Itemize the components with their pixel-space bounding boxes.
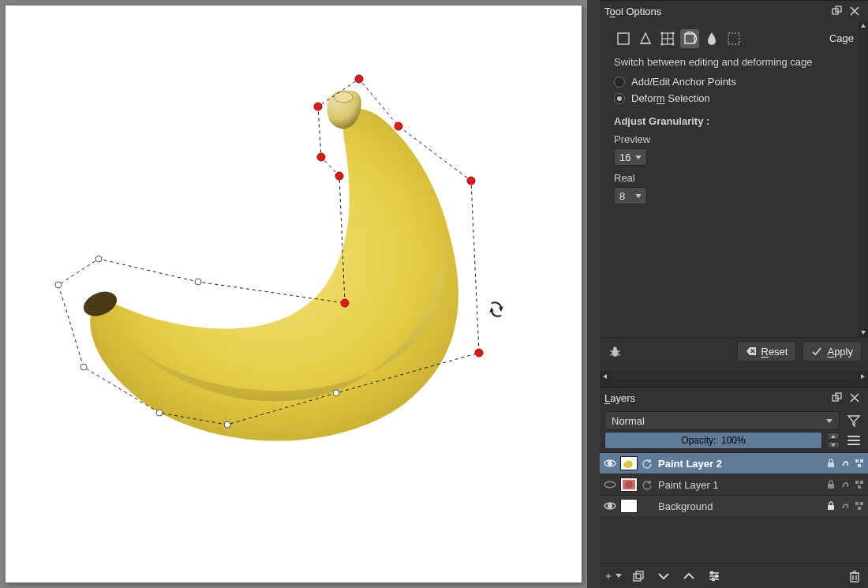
svg-rect-75 [851,573,859,582]
layer-name[interactable]: Paint Layer 2 [655,458,821,470]
tool-name-label: Cage [829,32,854,44]
svg-rect-62 [855,502,859,505]
mesh-icon[interactable] [724,29,743,48]
svg-point-7 [341,299,349,307]
svg-rect-50 [860,459,863,463]
svg-point-74 [712,578,714,580]
radio-add-edit-label: Add/Edit Anchor Points [631,76,736,88]
scroll-right-icon[interactable] [857,371,868,382]
reset-button[interactable]: Reset [737,341,797,361]
refresh-icon[interactable] [641,479,652,490]
apply-button[interactable]: Apply [803,341,862,361]
blend-mode-select[interactable]: Normal [604,411,840,430]
liquify-icon[interactable] [702,29,721,48]
svg-point-59 [608,504,612,508]
inherit-alpha-icon[interactable] [853,479,865,491]
svg-point-3 [156,410,163,416]
panel-divider[interactable] [587,0,600,588]
detach-icon[interactable] [829,3,846,19]
spin-down-icon[interactable] [827,441,840,448]
opacity-slider[interactable]: Opacity: 100% [604,432,822,449]
tool-options-panel: Tool Options Cage [600,0,868,382]
caret-down-icon [635,155,642,159]
cage-icon[interactable] [680,29,699,48]
radio-checked-icon [614,93,625,104]
svg-point-72 [715,575,717,577]
svg-point-28 [672,43,674,45]
layer-name[interactable]: Background [655,500,821,512]
check-icon [811,346,822,357]
duplicate-layer-icon[interactable] [630,567,647,585]
svg-point-4 [224,421,230,428]
filter-icon[interactable] [844,411,863,430]
svg-point-1 [55,282,62,288]
svg-rect-68 [636,571,643,579]
h-scrollbar[interactable] [600,371,868,382]
move-layer-up-icon[interactable] [680,567,698,585]
svg-point-2 [80,364,87,370]
granularity-title: Adjust Granularity : [614,115,849,127]
lock-icon[interactable] [825,479,836,491]
apply-label: Apply [827,346,853,358]
hamburger-menu-icon[interactable] [844,432,863,449]
delete-layer-icon[interactable] [846,567,863,585]
free-transform-icon[interactable] [614,29,633,48]
radio-deform[interactable]: Deform Selection [614,92,849,104]
layer-row[interactable]: Paint Layer 1 [600,474,868,495]
visibility-toggle-icon[interactable] [603,456,617,470]
svg-point-26 [672,32,674,34]
tool-options-titlebar[interactable]: Tool Options [600,1,868,21]
lock-icon[interactable] [825,458,836,470]
caret-down-icon [615,574,622,578]
visibility-toggle-icon[interactable] [603,499,617,513]
canvas[interactable] [6,6,582,582]
bug-icon[interactable] [604,341,625,361]
visibility-toggle-icon[interactable] [603,478,617,492]
inherit-alpha-icon[interactable] [853,458,865,470]
spin-up-icon[interactable] [827,433,840,440]
layer-row[interactable]: Background [600,495,868,516]
alpha-icon[interactable] [839,458,851,470]
warp-icon[interactable] [658,29,677,48]
svg-rect-48 [828,463,834,467]
radio-add-edit[interactable]: Add/Edit Anchor Points [614,76,849,88]
refresh-icon[interactable] [641,458,652,469]
svg-point-0 [95,256,102,262]
reset-label: Reset [761,346,788,358]
inherit-alpha-icon[interactable] [853,500,865,512]
alpha-icon[interactable] [839,500,851,512]
scroll-down-icon[interactable] [860,328,866,337]
layer-properties-icon[interactable] [705,567,723,585]
add-layer-button[interactable] [604,567,622,585]
layer-thumbnail [620,478,638,492]
svg-marker-31 [861,331,866,335]
layer-row[interactable]: Paint Layer 2 [600,452,868,474]
close-icon[interactable] [846,3,863,19]
close-icon[interactable] [846,390,863,406]
real-combo[interactable]: 8 [614,187,647,204]
opacity-label: Opacity: 100% [681,435,745,446]
radio-unchecked-icon [614,77,625,88]
layers-panel: Layers Normal [600,387,868,588]
alpha-icon[interactable] [839,479,851,491]
banana-stem-cut [334,92,353,103]
lock-icon[interactable] [825,500,836,512]
layer-name[interactable]: Paint Layer 1 [655,479,821,491]
blend-mode-value: Normal [612,415,645,427]
v-scrollbar[interactable] [859,21,868,337]
svg-point-8 [335,172,343,180]
perspective-icon[interactable] [636,29,655,48]
svg-point-27 [661,43,663,45]
layers-titlebar[interactable]: Layers [600,388,868,408]
opacity-spin[interactable] [827,433,840,448]
scroll-up-icon[interactable] [860,21,866,31]
svg-line-34 [610,350,612,352]
move-layer-down-icon[interactable] [655,567,672,585]
detach-icon[interactable] [829,390,846,406]
preview-combo[interactable]: 16 [614,148,647,166]
svg-point-25 [661,32,663,34]
layer-thumbnail [620,456,638,470]
scroll-left-icon[interactable] [600,371,611,382]
cage-hint: Switch between editing and deforming cag… [614,56,849,68]
svg-rect-19 [618,33,629,44]
